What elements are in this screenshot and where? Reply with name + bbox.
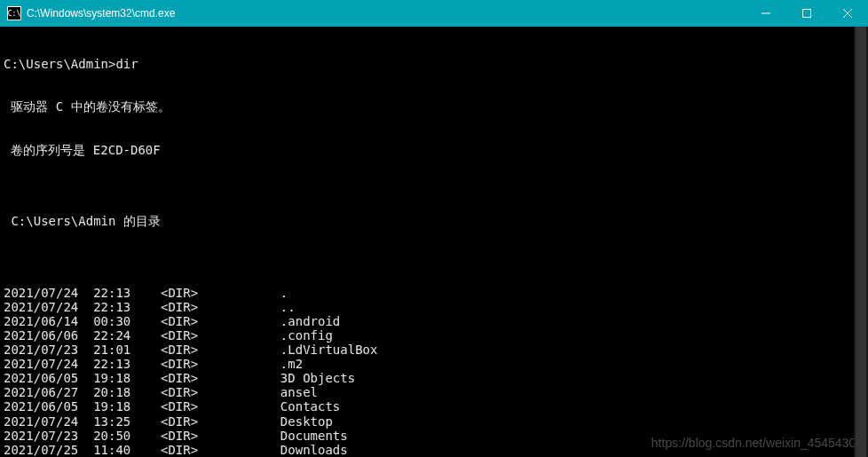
drive-info: 驱动器 C 中的卷没有标签。 — [4, 99, 864, 114]
dir-entry: 2021/06/05 19:18 <DIR> 3D Objects — [4, 371, 864, 385]
dir-entry: 2021/07/24 22:13 <DIR> .. — [4, 300, 864, 314]
titlebar[interactable]: C:\ C:\Windows\system32\cmd.exe — [0, 0, 868, 27]
dir-entry: 2021/07/24 22:13 <DIR> .m2 — [4, 357, 864, 371]
scrollbar[interactable] — [854, 27, 868, 457]
directory-of: C:\Users\Admin 的目录 — [4, 214, 864, 228]
dir-entry: 2021/07/23 20:50 <DIR> Documents — [4, 429, 864, 443]
cmd-window: C:\ C:\Windows\system32\cmd.exe C:\Users… — [0, 0, 868, 457]
window-title: C:\Windows\system32\cmd.exe — [27, 7, 175, 20]
command-text: dir — [115, 57, 138, 71]
prompt: C:\Users\Admin> — [4, 57, 115, 71]
close-button[interactable] — [827, 0, 868, 27]
cmd-icon: C:\ — [7, 6, 21, 20]
dir-entry: 2021/06/27 20:18 <DIR> ansel — [4, 385, 864, 399]
dir-entries: 2021/07/24 22:13 <DIR> .2021/07/24 22:13… — [4, 286, 864, 457]
scrollbar-thumb[interactable] — [856, 27, 866, 457]
svg-rect-1 — [803, 10, 811, 18]
maximize-button[interactable] — [786, 0, 827, 27]
dir-entry: 2021/06/05 19:18 <DIR> Contacts — [4, 399, 864, 414]
dir-entry: 2021/06/14 00:30 <DIR> .android — [4, 314, 864, 328]
dir-entry: 2021/07/24 13:25 <DIR> Desktop — [4, 414, 864, 429]
prompt-line: C:\Users\Admin>dir — [4, 57, 864, 71]
terminal-output[interactable]: C:\Users\Admin>dir 驱动器 C 中的卷没有标签。 卷的序列号是… — [0, 27, 868, 457]
dir-entry: 2021/06/06 22:24 <DIR> .config — [4, 328, 864, 343]
dir-entry: 2021/07/24 22:13 <DIR> . — [4, 286, 864, 300]
minimize-button[interactable] — [746, 0, 786, 27]
serial-info: 卷的序列号是 E2CD-D60F — [4, 143, 864, 157]
dir-entry: 2021/07/23 21:01 <DIR> .LdVirtualBox — [4, 343, 864, 357]
dir-entry: 2021/07/25 11:40 <DIR> Downloads — [4, 443, 864, 457]
